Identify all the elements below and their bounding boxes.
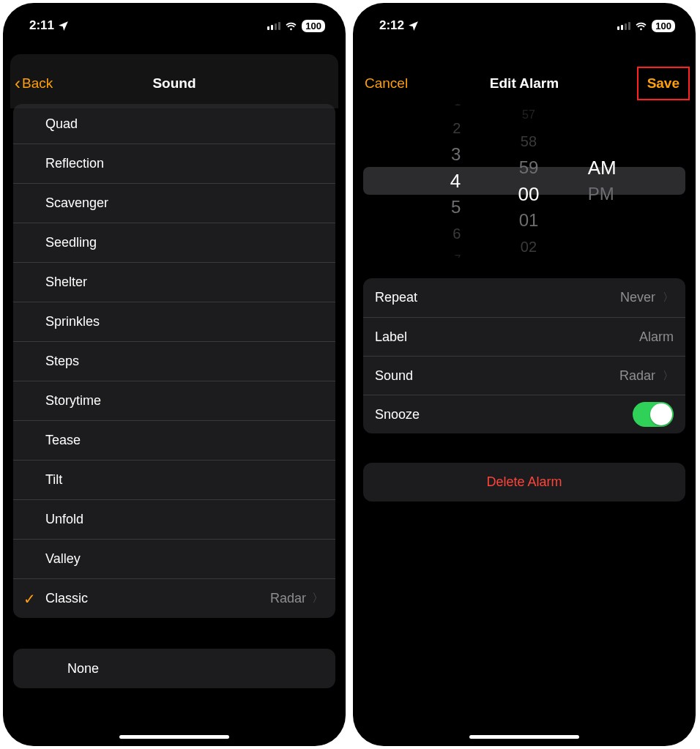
picker-item[interactable]: PM xyxy=(588,181,614,207)
sound-option-label: Quad xyxy=(45,116,324,132)
picker-item[interactable]: 00 xyxy=(518,181,540,207)
picker-ampm-column[interactable]: AMPM xyxy=(578,104,685,258)
sound-option[interactable]: Steps xyxy=(13,341,335,381)
sound-option[interactable]: Seedling xyxy=(13,223,335,262)
cellular-icon xyxy=(267,21,280,30)
sound-none[interactable]: None xyxy=(13,649,335,688)
repeat-value: Never xyxy=(620,290,655,305)
sound-option-label: Scavenger xyxy=(45,195,324,211)
picker-hour-column[interactable]: 1234567 xyxy=(363,104,480,258)
sound-label: Sound xyxy=(375,368,619,384)
back-button[interactable]: ‹ Back xyxy=(15,75,53,92)
nav-title: Sound xyxy=(3,75,346,92)
delete-alarm-button[interactable]: Delete Alarm xyxy=(363,463,685,502)
alarm-settings: Repeat Never 〉 Label Alarm Sound Radar 〉… xyxy=(363,278,685,433)
sound-option[interactable]: Scavenger xyxy=(13,183,335,223)
battery-level: 100 xyxy=(302,20,325,32)
label-row[interactable]: Label Alarm xyxy=(363,317,685,356)
phone-edit-alarm-screen: 2:12 100 Cancel Edit Alarm Save 1234567 … xyxy=(353,3,696,746)
picker-item[interactable]: 57 xyxy=(522,104,535,128)
sound-option-value: Radar xyxy=(270,591,306,606)
checkmark-icon: ✓ xyxy=(13,590,45,608)
sound-option-label: Storytime xyxy=(45,393,324,409)
picker-minute-column[interactable]: 5657585900010203 xyxy=(480,104,577,258)
label-value: Alarm xyxy=(639,329,674,345)
picker-item[interactable]: 58 xyxy=(521,128,537,154)
none-group: None xyxy=(13,649,335,688)
sound-option-label: Valley xyxy=(45,551,324,567)
cancel-label: Cancel xyxy=(365,75,408,92)
sound-option-label: Steps xyxy=(45,354,324,369)
status-bar: 2:11 100 xyxy=(3,3,346,40)
picker-item[interactable]: 4 xyxy=(450,168,461,194)
chevron-right-icon: 〉 xyxy=(663,291,674,305)
status-time: 2:12 xyxy=(379,18,404,33)
label-label: Label xyxy=(375,329,639,345)
phone-sound-screen: 2:11 100 ‹ Back Sound QuadReflectionScav… xyxy=(3,3,346,746)
picker-item[interactable]: 6 xyxy=(453,220,461,247)
back-label: Back xyxy=(22,75,53,92)
status-bar: 2:12 100 xyxy=(353,3,696,40)
location-icon xyxy=(57,20,70,32)
none-label: None xyxy=(25,661,324,677)
sound-option-label: Unfold xyxy=(45,512,324,527)
sound-option-label: Shelter xyxy=(45,275,324,290)
sound-option[interactable]: Sprinkles xyxy=(13,302,335,341)
status-time: 2:11 xyxy=(29,18,54,33)
sound-row[interactable]: Sound Radar 〉 xyxy=(363,356,685,395)
sound-option[interactable]: ✓ClassicRadar〉 xyxy=(13,578,335,618)
picker-item[interactable]: 2 xyxy=(453,115,461,141)
wifi-icon xyxy=(635,20,647,32)
sound-option-label: Tease xyxy=(45,433,324,448)
sound-content: QuadReflectionScavengerSeedlingShelterSp… xyxy=(3,104,346,688)
sound-value: Radar xyxy=(619,368,655,384)
snooze-switch[interactable] xyxy=(633,402,674,427)
sound-option[interactable]: Storytime xyxy=(13,381,335,420)
repeat-label: Repeat xyxy=(375,290,620,305)
picker-item[interactable]: 01 xyxy=(519,207,539,234)
nav-bar: Cancel Edit Alarm Save xyxy=(353,63,696,104)
home-indicator[interactable] xyxy=(119,735,229,739)
sound-option-label: Classic xyxy=(45,591,270,606)
cellular-icon xyxy=(617,21,630,30)
snooze-label: Snooze xyxy=(375,407,633,422)
repeat-row[interactable]: Repeat Never 〉 xyxy=(363,278,685,317)
chevron-left-icon: ‹ xyxy=(15,75,21,92)
chevron-right-icon: 〉 xyxy=(312,591,324,606)
sound-option[interactable]: Tilt xyxy=(13,460,335,499)
sound-option[interactable]: Unfold xyxy=(13,499,335,539)
chevron-right-icon: 〉 xyxy=(663,369,674,383)
picker-item[interactable]: 1 xyxy=(454,104,461,115)
delete-group: Delete Alarm xyxy=(363,463,685,502)
picker-item[interactable]: 7 xyxy=(454,247,461,258)
nav-bar: ‹ Back Sound xyxy=(3,63,346,104)
sound-option-label: Seedling xyxy=(45,235,324,250)
sound-option[interactable]: Quad xyxy=(13,104,335,144)
picker-item[interactable]: 3 xyxy=(451,141,461,168)
home-indicator[interactable] xyxy=(469,735,579,739)
sound-option[interactable]: Tease xyxy=(13,420,335,460)
save-button[interactable]: Save xyxy=(637,67,690,100)
battery-level: 100 xyxy=(652,20,675,32)
sound-option-label: Tilt xyxy=(45,472,324,488)
snooze-row: Snooze xyxy=(363,395,685,433)
picker-item[interactable]: AM xyxy=(588,154,617,181)
picker-item[interactable]: 59 xyxy=(519,154,539,181)
time-picker[interactable]: 1234567 5657585900010203 AMPM xyxy=(363,104,685,258)
cancel-button[interactable]: Cancel xyxy=(365,75,408,92)
sound-list: QuadReflectionScavengerSeedlingShelterSp… xyxy=(13,104,335,618)
sound-option-label: Reflection xyxy=(45,156,324,171)
sound-option[interactable]: Shelter xyxy=(13,262,335,302)
sound-option[interactable]: Reflection xyxy=(13,144,335,183)
sound-option[interactable]: Valley xyxy=(13,539,335,578)
sound-option-label: Sprinkles xyxy=(45,314,324,329)
picker-item[interactable]: 5 xyxy=(451,194,461,220)
picker-item[interactable]: 02 xyxy=(521,234,537,258)
location-icon xyxy=(407,20,420,32)
wifi-icon xyxy=(285,20,297,32)
